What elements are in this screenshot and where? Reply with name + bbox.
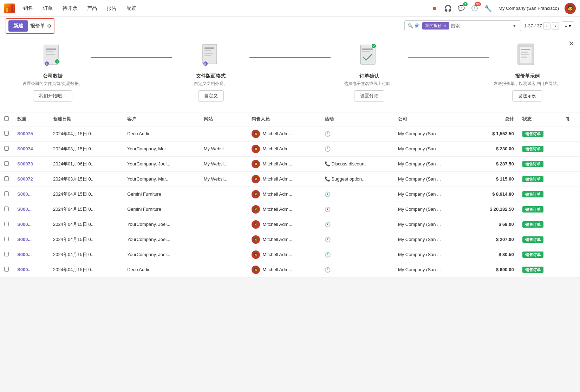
th-filter[interactable]: ⇅ xyxy=(562,112,580,126)
cell-date: 2024年04月15日 0... xyxy=(49,247,123,262)
cell-website xyxy=(200,126,247,142)
cell-website xyxy=(200,202,247,217)
row-checkbox-5[interactable] xyxy=(4,207,9,211)
row-checkbox-4[interactable] xyxy=(4,191,9,196)
filter-tag-close[interactable]: ✕ xyxy=(443,24,447,28)
status-badge: 销售订单 xyxy=(522,236,543,243)
onboarding-step-confirm: ✓ 订单确认 选择电子签名或线上付款。 设置付款 xyxy=(331,42,408,102)
cell-number[interactable]: S000... xyxy=(13,232,49,247)
cell-activity[interactable]: 🕐 xyxy=(320,217,394,232)
row-checkbox-3[interactable] xyxy=(4,176,9,181)
row-checkbox-2[interactable] xyxy=(4,161,9,166)
cell-number[interactable]: S000... xyxy=(13,217,49,232)
cell-company: My Company (San ... xyxy=(394,156,470,171)
cell-activity[interactable]: 🕐 xyxy=(320,247,394,262)
row-checkbox-7[interactable] xyxy=(4,237,9,241)
svg-rect-20 xyxy=(362,51,370,52)
chat-icon[interactable]: 💬 7 xyxy=(456,4,466,13)
nav-reports[interactable]: 报告 xyxy=(103,3,121,14)
svg-rect-15 xyxy=(204,55,211,56)
cell-date: 2024年03月15日 0... xyxy=(49,171,123,187)
nav-invoice[interactable]: 待开票 xyxy=(58,3,82,14)
cell-number[interactable]: S000... xyxy=(13,187,49,202)
cell-number[interactable]: S00073 xyxy=(13,156,49,171)
row-checkbox-0[interactable] xyxy=(4,131,9,136)
cell-activity[interactable]: 🕐 xyxy=(320,126,394,142)
headset-icon[interactable]: 🎧 xyxy=(443,4,453,13)
select-all-checkbox[interactable] xyxy=(4,116,9,121)
pagination-prev[interactable]: ‹ xyxy=(543,22,550,30)
cell-activity[interactable]: 🕐 xyxy=(320,202,394,217)
step-company-icon: $ ✓ xyxy=(39,42,67,70)
nav-products[interactable]: 产品 xyxy=(83,3,101,14)
table-row: S000...2024年04月15日 0...YourCompany, Joel… xyxy=(0,232,580,247)
cell-total: $ 207.00 xyxy=(470,232,518,247)
filter-tag[interactable]: 我的报价 ✕ xyxy=(422,22,449,30)
cell-number[interactable]: S000... xyxy=(13,202,49,217)
cell-activity[interactable]: 🕐 xyxy=(320,232,394,247)
cell-number[interactable]: S00074 xyxy=(13,141,49,156)
cell-filter xyxy=(562,156,580,171)
step-confirm-btn[interactable]: 设置付款 xyxy=(354,90,384,102)
step-confirm-title: 订单确认 xyxy=(359,73,379,79)
cell-status: 销售订单 xyxy=(518,202,562,217)
orders-table: 数量 创建日期 客户 网站 销售人员 活动 公司 总计 状态 ⇅ S000752… xyxy=(0,112,580,277)
view-options-button[interactable]: ≡ ▾ xyxy=(562,21,574,30)
th-company[interactable]: 公司 xyxy=(394,112,470,126)
th-status[interactable]: 状态 xyxy=(518,112,562,126)
close-banner-button[interactable]: ✕ xyxy=(568,39,574,48)
th-total[interactable]: 总计 xyxy=(470,112,518,126)
clock-icon: 🕐 xyxy=(325,146,331,152)
step-format-btn[interactable]: 自定义 xyxy=(198,90,224,102)
pagination-next[interactable]: › xyxy=(552,22,559,30)
th-customer[interactable]: 客户 xyxy=(123,112,200,126)
activity-icon[interactable]: 🕐 38 xyxy=(470,4,480,13)
cell-number[interactable]: S000... xyxy=(13,247,49,262)
cell-date: 2024年04月15日 0... xyxy=(49,232,123,247)
cell-activity[interactable]: 🕐 xyxy=(320,262,394,277)
cell-status: 销售订单 xyxy=(518,262,562,277)
new-button[interactable]: 新建 xyxy=(8,20,28,32)
cell-status: 销售订单 xyxy=(518,217,562,232)
status-badge: 销售订单 xyxy=(522,221,543,228)
row-checkbox-6[interactable] xyxy=(4,222,9,226)
cell-activity[interactable]: 📞 Discuss discount xyxy=(320,156,394,171)
th-date[interactable]: 创建日期 xyxy=(49,112,123,126)
cell-date: 2024年04月15日 0... xyxy=(49,217,123,232)
salesperson-avatar: 🧔 xyxy=(252,190,260,198)
pagination-text: 1-37 / 37 xyxy=(524,23,542,28)
salesperson-avatar: 🧔 xyxy=(252,266,260,274)
row-checkbox-8[interactable] xyxy=(4,252,9,256)
user-avatar[interactable]: 🧔 xyxy=(565,3,576,14)
app-logo[interactable] xyxy=(4,4,15,13)
company-name[interactable]: My Company (San Francisco) xyxy=(498,6,559,11)
th-number[interactable]: 数量 xyxy=(13,112,49,126)
table-row: S000...2024年04月15日 0...Gemini Furniture🧔… xyxy=(0,187,580,202)
cell-number[interactable]: S000... xyxy=(13,262,49,277)
th-salesperson[interactable]: 销售人员 xyxy=(247,112,320,126)
cell-activity[interactable]: 📞 Suggest option... xyxy=(320,171,394,187)
status-badge: 销售订单 xyxy=(522,251,543,258)
search-input[interactable] xyxy=(451,23,510,28)
svg-rect-27 xyxy=(521,54,529,55)
th-activity[interactable]: 活动 xyxy=(320,112,394,126)
cell-activity[interactable]: 🕐 xyxy=(320,187,394,202)
step-sample-btn[interactable]: 发送示例 xyxy=(512,90,542,102)
filter-icon: ⚗️ xyxy=(415,23,420,28)
nav-sales[interactable]: 销售 xyxy=(19,3,37,14)
cell-number[interactable]: S00072 xyxy=(13,171,49,187)
clock-icon: 🕐 xyxy=(325,191,331,197)
row-checkbox-9[interactable] xyxy=(4,267,9,272)
step-company-btn[interactable]: 我们开始吧！ xyxy=(33,90,72,102)
cell-number[interactable]: S00075 xyxy=(13,126,49,142)
th-select-all[interactable] xyxy=(0,112,13,126)
row-checkbox-1[interactable] xyxy=(4,146,9,151)
gear-button[interactable]: ⚙ xyxy=(47,23,52,29)
cell-date: 2024年04月15日 0... xyxy=(49,262,123,277)
settings-icon[interactable]: 🔧 xyxy=(483,4,493,13)
th-website[interactable]: 网站 xyxy=(200,112,247,126)
search-dropdown-button[interactable]: ▼ xyxy=(511,24,518,28)
nav-config[interactable]: 配置 xyxy=(122,3,141,14)
nav-orders[interactable]: 订单 xyxy=(39,3,57,14)
cell-activity[interactable]: 🕐 xyxy=(320,141,394,156)
